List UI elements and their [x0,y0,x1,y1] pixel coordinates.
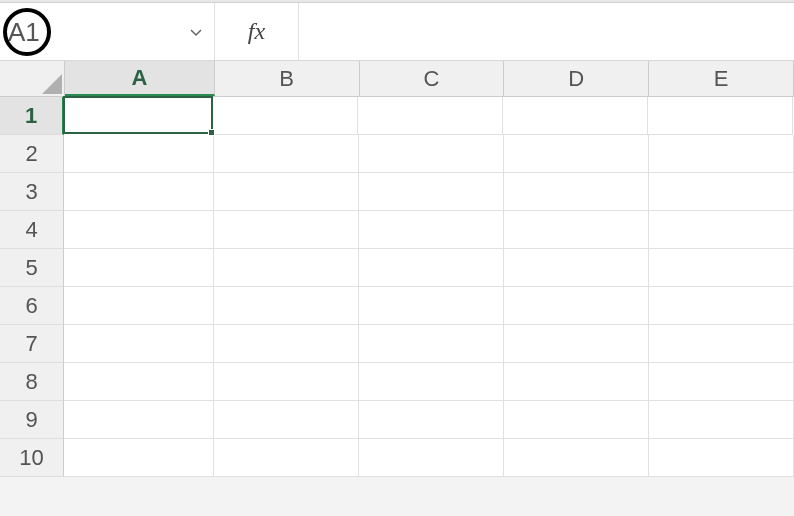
row-header-2[interactable]: 2 [0,135,64,173]
row-header-1[interactable]: 1 [0,97,64,135]
cell-C4[interactable] [359,211,504,249]
cell-E2[interactable] [649,135,794,173]
column-headers-row: A B C D E [0,61,794,97]
cell-E10[interactable] [649,439,794,477]
cell-E5[interactable] [649,249,794,287]
cell-E7[interactable] [649,325,794,363]
cell-E3[interactable] [649,173,794,211]
cell-B3[interactable] [214,173,359,211]
cell-A7[interactable] [64,325,214,363]
cell-A1[interactable] [63,96,213,134]
column-header-D[interactable]: D [504,61,649,96]
cell-D7[interactable] [504,325,649,363]
cell-row [64,401,794,439]
select-all-corner[interactable] [0,61,65,96]
cell-C7[interactable] [359,325,504,363]
cell-D8[interactable] [504,363,649,401]
cell-C3[interactable] [359,173,504,211]
cell-B5[interactable] [214,249,359,287]
chevron-down-icon[interactable] [186,20,206,44]
formula-bar: A1 fx [0,3,794,61]
cell-row [64,363,794,401]
row-header-5[interactable]: 5 [0,249,64,287]
cell-B10[interactable] [214,439,359,477]
column-header-B[interactable]: B [215,61,360,96]
cell-D1[interactable] [503,97,648,135]
row-header-6[interactable]: 6 [0,287,64,325]
cell-C9[interactable] [359,401,504,439]
formula-input[interactable] [299,3,794,60]
cell-D10[interactable] [504,439,649,477]
row-header-9[interactable]: 9 [0,401,64,439]
cell-row [64,173,794,211]
insert-function-button[interactable]: fx [215,3,299,60]
cell-row [64,439,794,477]
cell-A8[interactable] [64,363,214,401]
cell-D9[interactable] [504,401,649,439]
cell-E8[interactable] [649,363,794,401]
name-box-value: A1 [8,16,40,47]
cell-B2[interactable] [214,135,359,173]
row-header-8[interactable]: 8 [0,363,64,401]
cell-row [64,325,794,363]
cell-E9[interactable] [649,401,794,439]
cell-D2[interactable] [504,135,649,173]
cell-row [64,211,794,249]
cell-E6[interactable] [649,287,794,325]
cell-D6[interactable] [504,287,649,325]
cells-area [64,97,794,477]
fill-handle[interactable] [208,129,215,136]
row-header-7[interactable]: 7 [0,325,64,363]
spreadsheet-grid: A B C D E 1 2 3 4 5 6 7 8 9 10 [0,61,794,477]
cell-C5[interactable] [359,249,504,287]
cell-A4[interactable] [64,211,214,249]
column-header-A[interactable]: A [65,61,215,96]
cell-D5[interactable] [504,249,649,287]
cell-A5[interactable] [64,249,214,287]
cell-E4[interactable] [649,211,794,249]
cell-C2[interactable] [359,135,504,173]
cell-B6[interactable] [214,287,359,325]
column-header-E[interactable]: E [649,61,794,96]
cell-E1[interactable] [648,97,793,135]
cell-C10[interactable] [359,439,504,477]
cell-B9[interactable] [214,401,359,439]
fx-icon: fx [248,18,265,45]
cell-C1[interactable] [358,97,503,135]
cell-D3[interactable] [504,173,649,211]
cell-A3[interactable] [64,173,214,211]
cell-row [64,135,794,173]
row-header-4[interactable]: 4 [0,211,64,249]
cell-B1[interactable] [213,97,358,135]
cell-B8[interactable] [214,363,359,401]
grid-body: 1 2 3 4 5 6 7 8 9 10 [0,97,794,477]
cell-row [64,97,794,135]
cell-C8[interactable] [359,363,504,401]
cell-A9[interactable] [64,401,214,439]
column-header-C[interactable]: C [360,61,505,96]
row-header-3[interactable]: 3 [0,173,64,211]
cell-A10[interactable] [64,439,214,477]
select-all-triangle-icon [42,74,62,94]
cell-D4[interactable] [504,211,649,249]
cell-A2[interactable] [64,135,214,173]
cell-B7[interactable] [214,325,359,363]
cell-B4[interactable] [214,211,359,249]
cell-row [64,287,794,325]
cell-A6[interactable] [64,287,214,325]
cell-row [64,249,794,287]
row-header-10[interactable]: 10 [0,439,64,477]
row-headers: 1 2 3 4 5 6 7 8 9 10 [0,97,64,477]
cell-C6[interactable] [359,287,504,325]
name-box[interactable]: A1 [0,3,215,60]
